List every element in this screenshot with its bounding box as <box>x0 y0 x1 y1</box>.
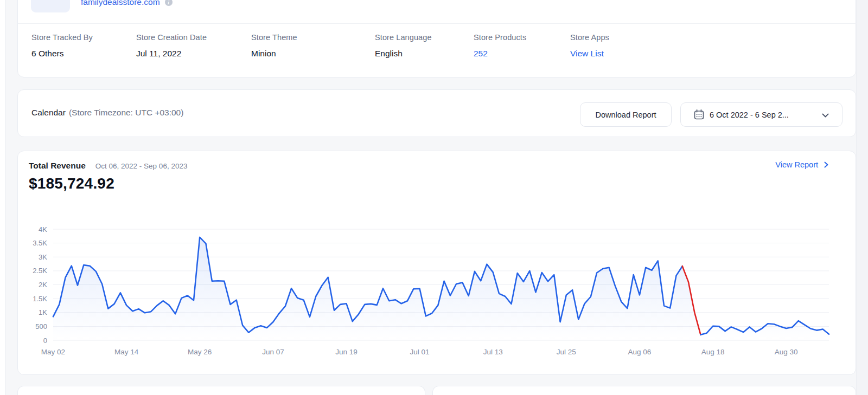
field-value: Minion <box>251 49 297 59</box>
field-value: Jul 11, 2022 <box>136 49 207 59</box>
left-rail <box>0 0 5 395</box>
field-label: Store Language <box>375 33 432 42</box>
svg-text:Jun 07: Jun 07 <box>262 348 284 356</box>
svg-text:May 26: May 26 <box>188 348 212 356</box>
svg-text:2.5K: 2.5K <box>33 267 47 275</box>
store-domain-row: familydealsstore.com i <box>81 0 173 8</box>
date-range-picker[interactable]: 6 Oct 2022 - 6 Sep 2... <box>680 102 843 127</box>
chevron-right-icon <box>824 161 828 168</box>
svg-text:2K: 2K <box>39 281 47 289</box>
revenue-chart[interactable]: 05001K1.5K2K2.5K3K3.5K4KMay 02May 14May … <box>29 205 843 362</box>
svg-text:1.5K: 1.5K <box>33 295 47 303</box>
svg-text:Jul 25: Jul 25 <box>557 348 576 356</box>
svg-text:0: 0 <box>43 336 47 345</box>
view-report-link[interactable]: View Report <box>775 160 828 169</box>
calendar-card: Calendar (Store Timezone: UTC +03:00) Do… <box>17 89 856 137</box>
field-label: Store Creation Date <box>136 33 207 42</box>
right-rail <box>856 0 868 395</box>
calendar-title-row: Calendar (Store Timezone: UTC +03:00) <box>31 108 183 118</box>
svg-text:500: 500 <box>35 322 47 331</box>
svg-text:Aug 06: Aug 06 <box>628 348 652 356</box>
svg-text:Aug 30: Aug 30 <box>775 348 798 356</box>
chevron-down-icon <box>822 113 829 118</box>
download-report-label: Download Report <box>595 111 656 119</box>
calendar-timezone-note: (Store Timezone: UTC +03:00) <box>69 108 184 118</box>
store-products-link[interactable]: 252 <box>474 49 526 59</box>
store-domain-link[interactable]: familydealsstore.com <box>81 0 160 7</box>
svg-text:3.5K: 3.5K <box>33 239 47 247</box>
view-list-link[interactable]: View List <box>570 49 609 59</box>
bottom-right-card <box>432 386 856 395</box>
field-label: Store Products <box>474 33 526 42</box>
revenue-chart-svg[interactable]: 05001K1.5K2K2.5K3K3.5K4KMay 02May 14May … <box>29 205 843 362</box>
download-report-button[interactable]: Download Report <box>580 102 672 127</box>
svg-text:May 02: May 02 <box>41 348 65 356</box>
field-label: Store Apps <box>570 33 609 42</box>
revenue-header: Total Revenue Oct 06, 2022 - Sep 06, 202… <box>29 161 187 171</box>
svg-text:Aug 18: Aug 18 <box>701 348 725 356</box>
field-value: 6 Others <box>31 49 93 59</box>
svg-text:4K: 4K <box>39 225 47 234</box>
view-report-label: View Report <box>775 160 818 169</box>
svg-text:Jul 13: Jul 13 <box>483 348 503 356</box>
svg-text:1K: 1K <box>39 308 47 316</box>
revenue-title: Total Revenue <box>29 161 86 171</box>
svg-text:Jun 19: Jun 19 <box>335 348 358 356</box>
svg-text:May 14: May 14 <box>114 348 139 356</box>
field-value: English <box>375 49 432 59</box>
bottom-left-card <box>17 386 425 395</box>
field-store-theme: Store Theme Minion <box>251 33 297 59</box>
store-logo <box>31 0 70 12</box>
info-icon[interactable]: i <box>165 0 173 6</box>
svg-text:3K: 3K <box>39 253 47 261</box>
field-store-language: Store Language English <box>375 33 432 59</box>
revenue-total-amount: $185,724.92 <box>29 175 114 192</box>
field-store-apps: Store Apps View List <box>570 33 609 59</box>
store-fields-row: Store Tracked By 6 Others Store Creation… <box>18 23 856 77</box>
field-label: Store Tracked By <box>31 33 93 42</box>
svg-text:Jul 01: Jul 01 <box>410 348 430 356</box>
field-label: Store Theme <box>251 33 297 42</box>
total-revenue-card: Total Revenue Oct 06, 2022 - Sep 06, 202… <box>17 151 856 375</box>
date-range-value: 6 Oct 2022 - 6 Sep 2... <box>710 111 789 119</box>
calendar-title: Calendar <box>31 108 66 118</box>
field-store-tracked-by: Store Tracked By 6 Others <box>31 33 93 59</box>
revenue-period: Oct 06, 2022 - Sep 06, 2023 <box>95 162 188 170</box>
field-store-products: Store Products 252 <box>474 33 526 59</box>
calendar-icon <box>694 109 704 120</box>
store-header-card: familydealsstore.com i Store Tracked By … <box>17 0 856 77</box>
field-store-creation-date: Store Creation Date Jul 11, 2022 <box>136 33 207 59</box>
